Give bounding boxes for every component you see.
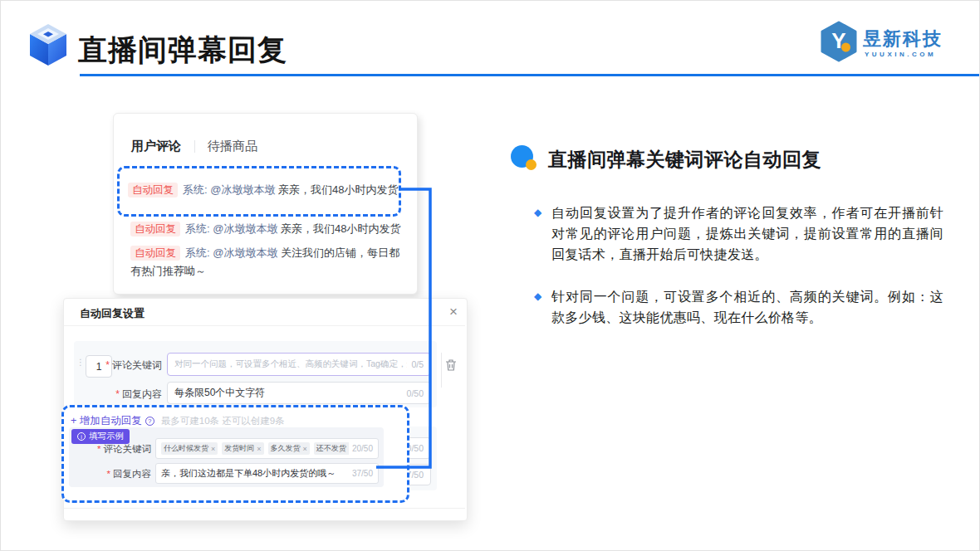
keyword-tag[interactable]: 多久发货× [268,442,310,455]
required-mark: * [97,444,100,454]
cube-logo-icon [28,22,68,67]
diamond-bullet-icon: ◆ [534,290,541,302]
required-mark: * [115,388,120,400]
tag-close-icon[interactable]: × [211,445,215,453]
keyword-counter: 0/5 [407,359,424,369]
auto-reply-badge: 自动回复 [128,183,178,197]
tab-pending-products[interactable]: 待播商品 [208,139,257,154]
example-keyword-label: *评论关键词 [85,443,151,456]
example-reply-value: 亲，我们这边都是下单48小时内发货的哦～ [161,467,336,480]
message-sender: 系统: @冰墩墩本墩 [185,222,277,235]
example-badge: i 填写示例 [71,429,130,444]
example-reply-input[interactable]: 亲，我们这边都是下单48小时内发货的哦～ 37/50 [155,463,379,484]
tab-divider [194,140,195,153]
example-reply-label: *回复内容 [85,468,151,480]
tag-close-icon[interactable]: × [303,445,307,453]
tab-user-comments[interactable]: 用户评论 [131,139,181,154]
keyword-tag[interactable]: 还不发货× [314,442,349,455]
keyword-label: *评论关键词 [100,358,162,373]
message-sender: 系统: @冰墩墩本墩 [183,183,275,196]
reply-input[interactable]: 每条限50个中文字符 0/50 [167,382,431,404]
info-bullet: 自动回复设置为了提升作者的评论回复效率，作者可在开播前针对常见的评论用户问题，提… [551,202,943,265]
auto-reply-message: 自动回复系统: @冰墩墩本墩 亲亲，我们48小时内发货 [130,220,401,238]
close-icon[interactable]: × [449,305,458,319]
auto-reply-message: 自动回复系统: @冰墩墩本墩 关注我们的店铺，每日都有热门推荐呦～ [130,244,406,280]
keyword-placeholder: 对同一个问题，可设置多个相近、高频的关键词，Tag确定，最多5个 [174,358,407,370]
info-heading: 直播间弹幕关键词评论自动回复 [548,147,821,173]
keyword-tags: 什么时候发货× 发货时间× 多久发货× 还不发货× [161,442,349,455]
message-text: 亲亲，我们48小时内发货 [281,222,400,235]
add-hint: 最多可建10条 还可以创建9条 [161,415,285,427]
company-logo-name: 昱新科技 [863,27,943,51]
auto-reply-badge: 自动回复 [130,246,180,261]
keyword-input[interactable]: 对同一个问题，可设置多个相近、高频的关键词，Tag确定，最多5个 0/5 [167,353,431,376]
reply-counter: 0/50 [403,388,424,398]
title-underline [80,74,979,76]
company-logo-domain: YUUXIN.COM [865,51,936,58]
dialog-title: 自动回复设置 [80,306,145,321]
keyword-tag[interactable]: 什么时候发货× [161,442,218,455]
add-auto-reply-button[interactable]: + 增加自动回复 ? 最多可建10条 还可以创建9条 [71,414,285,428]
dialog-footer-divider [64,508,465,509]
trash-icon[interactable] [445,358,457,372]
info-bullet: 针对同一个问题，可设置多个相近的、高频的关键词。例如：这款多少钱、这块能优惠吗、… [551,286,943,328]
entry-actions-divider [441,353,442,388]
auto-reply-message: 自动回复系统: @冰墩墩本墩 亲亲，我们48小时内发货 [128,181,399,199]
dialog-header-divider [64,325,465,326]
keyword-tag[interactable]: 发货时间× [222,442,263,455]
company-logo-icon: Y [820,21,858,62]
diamond-bullet-icon: ◆ [534,207,541,218]
page: 直播间弹幕回复 Y 昱新科技 YUUXIN.COM 用户评论 待播商品 自动回复… [0,0,980,551]
page-title: 直播间弹幕回复 [78,31,287,70]
info-icon: i [77,432,86,441]
required-mark: * [105,359,110,371]
required-mark: * [107,469,110,479]
tag-close-icon[interactable]: × [257,445,261,453]
message-text: 亲亲，我们48小时内发货 [278,183,398,196]
heading-yellow-dot-icon [526,159,537,170]
example-keyword-input[interactable]: 什么时候发货× 发货时间× 多久发货× 还不发货× 20/50 [155,438,379,459]
auto-reply-badge: 自动回复 [130,222,180,236]
example-keyword-counter: 20/50 [349,444,373,453]
help-icon: ? [145,417,154,426]
reply-label: *回复内容 [100,388,162,402]
example-reply-counter: 37/50 [349,469,373,478]
reply-placeholder: 每条限50个中文字符 [174,386,265,400]
message-sender: 系统: @冰墩墩本墩 [185,246,277,259]
